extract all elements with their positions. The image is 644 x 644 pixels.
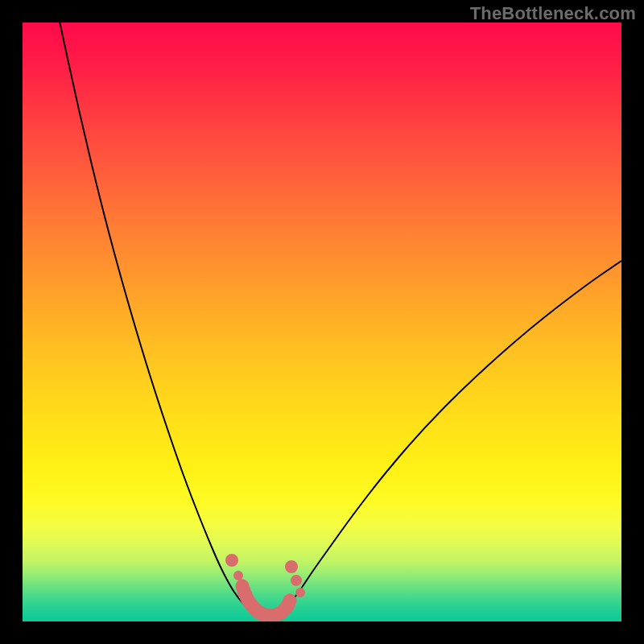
left-curve [56,23,253,614]
bottleneck-dot [285,560,298,573]
curves-layer [23,23,621,621]
chart-frame: TheBottleneck.com [0,0,644,644]
plot-area [23,23,621,621]
bottleneck-dot [295,588,305,597]
right-curve [282,261,621,614]
watermark-text: TheBottleneck.com [470,3,636,24]
bottleneck-dot [291,575,302,586]
bottleneck-dot [233,571,243,580]
bottleneck-worm [242,586,290,616]
bottleneck-dot [225,554,238,567]
